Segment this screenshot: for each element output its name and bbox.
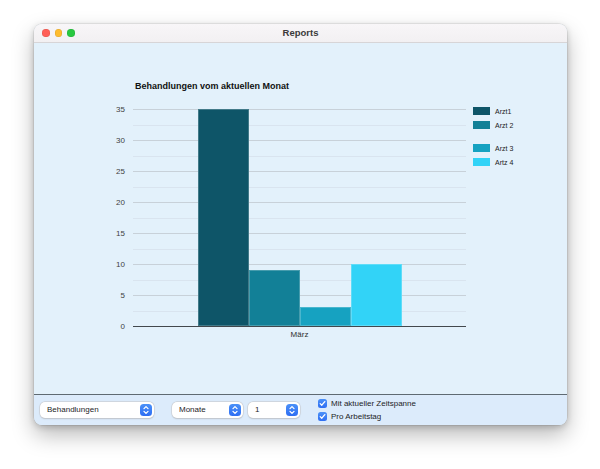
popup-stepper-icon: [286, 404, 298, 416]
chart-legend: Arzt1Arzt 2Arzt 3Artz 4: [473, 107, 513, 172]
x-axis-category-label: März: [133, 330, 466, 339]
y-axis-tick-label: 5: [103, 291, 125, 300]
legend-item: Arzt1: [473, 107, 513, 115]
chart-area: Behandlungen vom aktuellen Monat März 05…: [34, 43, 567, 395]
count-select[interactable]: 1: [248, 402, 300, 418]
legend-swatch-icon: [473, 144, 490, 152]
chart-title: Behandlungen vom aktuellen Monat: [135, 81, 289, 91]
popup-stepper-icon: [140, 404, 152, 416]
bar-arzt-2: [249, 270, 300, 326]
legend-item: Artz 4: [473, 158, 513, 166]
major-gridline: [133, 171, 466, 172]
bar-chart-plot: März: [133, 109, 466, 326]
checkbox-row: Mit aktueller Zeitspanne: [318, 397, 416, 409]
window-title: Reports: [34, 24, 567, 42]
major-gridline: [133, 109, 466, 110]
report-type-select[interactable]: Behandlungen: [40, 402, 154, 418]
legend-label: Arzt 3: [495, 145, 513, 152]
legend-swatch-icon: [473, 121, 490, 129]
legend-swatch-icon: [473, 158, 490, 166]
major-gridline: [133, 233, 466, 234]
period-select[interactable]: Monate: [172, 402, 243, 418]
y-axis-tick-label: 10: [103, 260, 125, 269]
report-type-value: Behandlungen: [47, 405, 99, 414]
checkbox-label: Pro Arbeitstag: [331, 412, 381, 421]
minor-gridline: [133, 187, 466, 188]
reports-window: Reports Behandlungen vom aktuellen Monat…: [34, 24, 567, 425]
legend-item: Arzt 2: [473, 121, 513, 129]
x-axis-line: [133, 326, 466, 327]
checkbox-checked[interactable]: [318, 412, 327, 421]
minor-gridline: [133, 156, 466, 157]
checkbox-label: Mit aktueller Zeitspanne: [331, 399, 416, 408]
checkbox-row: Pro Arbeitstag: [318, 410, 416, 422]
count-value: 1: [255, 405, 259, 414]
legend-swatch-icon: [473, 107, 490, 115]
bottom-control-bar: Behandlungen Monate 1 Mit aktueller Zeit…: [34, 394, 567, 425]
y-axis-tick-label: 35: [103, 105, 125, 114]
minor-gridline: [133, 249, 466, 250]
checkbox-checked[interactable]: [318, 399, 327, 408]
major-gridline: [133, 140, 466, 141]
title-bar[interactable]: Reports: [34, 24, 567, 43]
major-gridline: [133, 202, 466, 203]
y-axis-tick-label: 15: [103, 229, 125, 238]
legend-item: Arzt 3: [473, 144, 513, 152]
y-axis-tick-label: 20: [103, 198, 125, 207]
checkbox-group: Mit aktueller ZeitspannePro Arbeitstag: [318, 397, 416, 423]
bar-arzt-3: [300, 307, 351, 326]
legend-label: Artz 4: [495, 159, 513, 166]
minor-gridline: [133, 125, 466, 126]
legend-label: Arzt 2: [495, 122, 513, 129]
y-axis-tick-label: 30: [103, 136, 125, 145]
minor-gridline: [133, 218, 466, 219]
popup-stepper-icon: [229, 404, 241, 416]
bar-arzt1: [198, 109, 249, 326]
y-axis-tick-label: 25: [103, 167, 125, 176]
period-value: Monate: [179, 405, 206, 414]
major-gridline: [133, 264, 466, 265]
legend-label: Arzt1: [495, 108, 511, 115]
bar-artz-4: [351, 264, 402, 326]
y-axis-tick-label: 0: [103, 322, 125, 331]
